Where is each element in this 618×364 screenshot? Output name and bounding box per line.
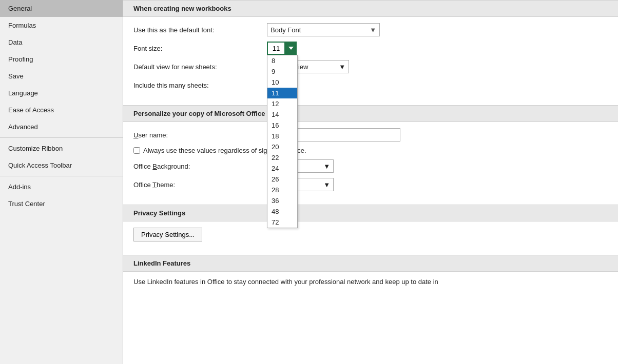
- font-size-dropdown-button[interactable]: [285, 42, 297, 55]
- default-view-label: Default view for new sheets:: [133, 63, 267, 71]
- font-size-option-8[interactable]: 8: [267, 55, 297, 66]
- always-use-values-checkbox[interactable]: [133, 147, 140, 154]
- office-theme-row: Office Theme: Colorful ▼: [133, 178, 608, 191]
- default-font-control: Body Font ▼: [267, 23, 380, 36]
- sidebar-item-trust-center[interactable]: Trust Center: [0, 195, 123, 212]
- font-size-control: 891011121416182022242628364872: [267, 42, 297, 55]
- font-size-option-72[interactable]: 72: [267, 217, 297, 228]
- sidebar-item-quick-access-toolbar[interactable]: Quick Access Toolbar: [0, 157, 123, 174]
- sheets-count-label: Include this many sheets:: [133, 82, 267, 89]
- font-size-dropdown-list: 891011121416182022242628364872: [267, 55, 298, 228]
- main-content: When creating new workbooks Use this as …: [123, 0, 618, 364]
- font-size-label: Font size:: [133, 45, 267, 52]
- sidebar-item-data[interactable]: Data: [0, 34, 123, 51]
- privacy-button-row: Privacy Settings...: [133, 228, 608, 241]
- font-size-option-11[interactable]: 11: [267, 88, 297, 98]
- default-view-row: Default view for new sheets: Normal View…: [133, 60, 608, 73]
- office-theme-label: Office Theme:: [133, 181, 267, 189]
- sidebar-item-addins[interactable]: Add-ins: [0, 178, 123, 195]
- section-new-workbooks-header: When creating new workbooks: [123, 0, 618, 17]
- privacy-settings-button[interactable]: Privacy Settings...: [133, 228, 202, 241]
- font-size-option-24[interactable]: 24: [267, 163, 297, 174]
- section-new-workbooks-content: Use this as the default font: Body Font …: [123, 17, 618, 105]
- section-linkedin-content: Use LinkedIn features in Office to stay …: [123, 272, 618, 294]
- sidebar-item-save[interactable]: Save: [0, 68, 123, 85]
- always-use-values-row: Always use these values regardless of si…: [133, 147, 608, 154]
- linkedin-description: Use LinkedIn features in Office to stay …: [133, 278, 608, 286]
- username-row: User name:: [133, 128, 608, 141]
- sidebar: General Formulas Data Proofing Save Lang…: [0, 0, 123, 364]
- sidebar-item-advanced[interactable]: Advanced: [0, 118, 123, 135]
- font-size-option-16[interactable]: 16: [267, 120, 297, 131]
- chevron-down-icon: [288, 47, 294, 50]
- font-size-option-12[interactable]: 12: [267, 98, 297, 109]
- default-font-row: Use this as the default font: Body Font …: [133, 23, 608, 36]
- font-size-option-26[interactable]: 26: [267, 174, 297, 185]
- sheets-count-row: Include this many sheets: ▲ ▼: [133, 78, 608, 92]
- office-background-label: Office Background:: [133, 163, 267, 170]
- section-privacy-header: Privacy Settings: [123, 205, 618, 221]
- default-font-dropdown[interactable]: Body Font ▼: [267, 23, 380, 36]
- font-size-option-20[interactable]: 20: [267, 141, 297, 152]
- font-size-option-22[interactable]: 22: [267, 152, 297, 163]
- section-linkedin-header: LinkedIn Features: [123, 255, 618, 272]
- sidebar-item-formulas[interactable]: Formulas: [0, 17, 123, 34]
- sidebar-item-proofing[interactable]: Proofing: [0, 51, 123, 68]
- font-size-option-18[interactable]: 18: [267, 131, 297, 141]
- font-size-row: Font size: 89101112141618202224262836487…: [133, 42, 608, 55]
- office-background-row: Office Background: Clouds ▼: [133, 159, 608, 173]
- font-size-option-9[interactable]: 9: [267, 66, 297, 77]
- section-personalize-content: User name: Always use these values regar…: [123, 122, 618, 205]
- section-privacy-content: Privacy Settings...: [123, 221, 618, 255]
- font-size-option-14[interactable]: 14: [267, 109, 297, 120]
- sidebar-divider: [0, 137, 123, 138]
- sidebar-item-customize-ribbon[interactable]: Customize Ribbon: [0, 140, 123, 157]
- font-size-option-36[interactable]: 36: [267, 195, 297, 206]
- font-size-input[interactable]: [267, 42, 285, 55]
- chevron-down-icon: ▼: [370, 26, 376, 34]
- chevron-down-icon: ▼: [323, 181, 330, 189]
- chevron-down-icon: ▼: [339, 63, 345, 71]
- font-size-option-10[interactable]: 10: [267, 77, 297, 88]
- section-personalize-header: Personalize your copy of Microsoft Offic…: [123, 105, 618, 122]
- chevron-down-icon: ▼: [323, 163, 330, 170]
- sidebar-item-ease-of-access[interactable]: Ease of Access: [0, 102, 123, 118]
- username-label: User name:: [133, 131, 267, 139]
- sidebar-item-language[interactable]: Language: [0, 85, 123, 102]
- sidebar-item-general[interactable]: General: [0, 0, 123, 17]
- font-size-option-48[interactable]: 48: [267, 206, 297, 217]
- font-size-option-28[interactable]: 28: [267, 185, 297, 195]
- default-font-label: Use this as the default font:: [133, 26, 267, 34]
- sidebar-divider-2: [0, 176, 123, 176]
